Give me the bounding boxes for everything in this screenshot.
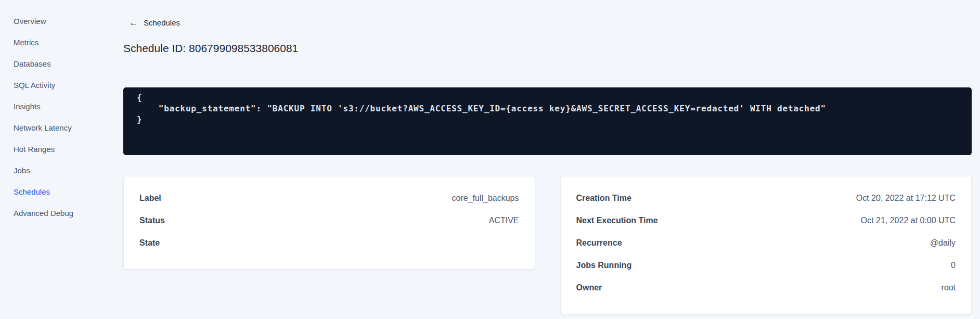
detail-row-owner: Owner root [576, 283, 956, 292]
detail-cards: Label core_full_backups Status ACTIVE St… [123, 176, 972, 314]
sidebar-item-insights[interactable]: Insights [14, 101, 123, 112]
schedule-execution-card: Creation Time Oct 20, 2022 at 17:12 UTC … [560, 176, 972, 314]
sidebar-item-jobs[interactable]: Jobs [14, 165, 123, 176]
code-line: { [137, 92, 958, 103]
detail-label: Next Execution Time [576, 216, 658, 225]
sidebar-item-advanced-debug[interactable]: Advanced Debug [14, 208, 123, 219]
sidebar-item-sql-activity[interactable]: SQL Activity [14, 80, 123, 91]
sidebar-item-metrics[interactable]: Metrics [14, 37, 123, 48]
sidebar-item-overview[interactable]: Overview [14, 16, 123, 27]
detail-row-next-execution-time: Next Execution Time Oct 21, 2022 at 0:00… [576, 216, 956, 225]
sidebar-item-network-latency[interactable]: Network Latency [14, 122, 123, 134]
sidebar: Overview Metrics Databases SQL Activity … [0, 0, 123, 319]
detail-label: Creation Time [576, 194, 631, 202]
detail-row-status: Status ACTIVE [139, 216, 519, 225]
back-arrow-icon: ← [129, 19, 138, 27]
detail-row-jobs-running: Jobs Running 0 [576, 261, 956, 270]
detail-value: Oct 21, 2022 at 0:00 UTC [861, 216, 956, 225]
detail-label: Status [139, 216, 165, 225]
code-line: } [137, 114, 958, 125]
sidebar-item-hot-ranges[interactable]: Hot Ranges [14, 144, 123, 155]
schedule-summary-card: Label core_full_backups Status ACTIVE St… [123, 176, 535, 270]
detail-label: State [139, 238, 160, 247]
detail-value: ACTIVE [489, 216, 519, 225]
detail-row-label: Label core_full_backups [139, 194, 519, 202]
back-link-label: Schedules [144, 19, 180, 27]
detail-label: Jobs Running [576, 261, 632, 270]
detail-row-state: State [139, 238, 519, 247]
main-content: ← Schedules Schedule ID: 806799098533806… [123, 0, 980, 319]
page-title: Schedule ID: 806799098533806081 [123, 41, 972, 56]
detail-row-creation-time: Creation Time Oct 20, 2022 at 17:12 UTC [576, 194, 956, 202]
detail-value: Oct 20, 2022 at 17:12 UTC [856, 194, 956, 202]
app-root: Overview Metrics Databases SQL Activity … [0, 0, 980, 319]
detail-value: core_full_backups [452, 194, 519, 202]
sidebar-item-schedules[interactable]: Schedules [14, 186, 123, 198]
back-to-schedules-link[interactable]: ← Schedules [129, 19, 180, 27]
schedule-definition-code-block: { "backup_statement": "BACKUP INTO 's3:/… [123, 87, 972, 155]
detail-value: @daily [930, 238, 956, 247]
detail-label: Owner [576, 283, 602, 292]
detail-value: 0 [951, 261, 956, 270]
sidebar-item-databases[interactable]: Databases [14, 58, 123, 70]
detail-value: root [941, 283, 956, 292]
detail-label: Label [139, 194, 161, 202]
detail-label: Recurrence [576, 238, 622, 247]
detail-row-recurrence: Recurrence @daily [576, 238, 956, 247]
code-line: "backup_statement": "BACKUP INTO 's3://b… [137, 103, 958, 114]
